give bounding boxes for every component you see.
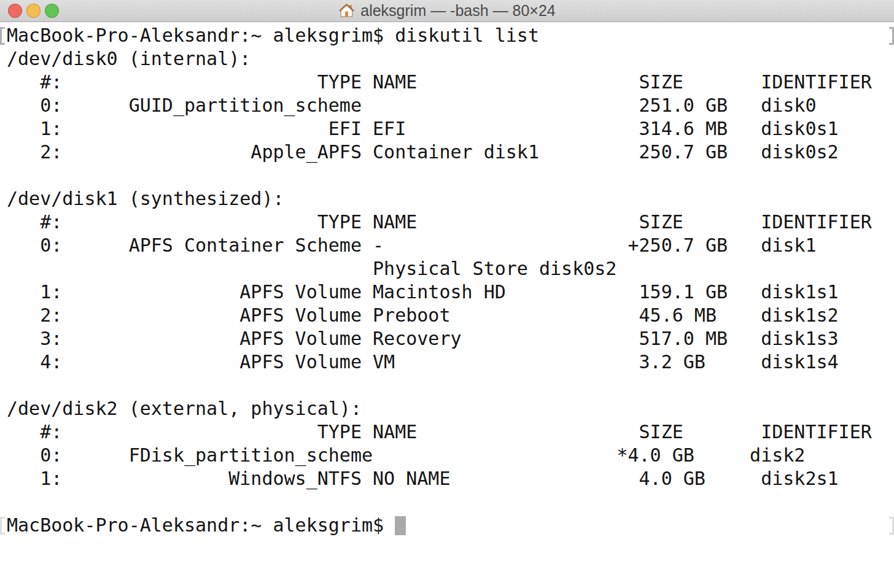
title-bar[interactable]: aleksgrim — -bash — 80×24 xyxy=(0,0,894,22)
blank-line xyxy=(0,164,894,187)
prompt-line: MacBook-Pro-Aleksandr:~ aleksgrim$ xyxy=(0,514,894,537)
disk1-row-1: 1: APFS Volume Macintosh HD 159.1 GB dis… xyxy=(0,280,894,304)
terminal-line-text: 4: APFS Volume VM 3.2 GB disk1s4 xyxy=(0,350,894,374)
terminal-line-text: #: TYPE NAME SIZE IDENTIFIER xyxy=(0,71,894,94)
window-title: aleksgrim — -bash — 80×24 xyxy=(360,2,556,20)
disk0-row-1: 1: EFI EFI 314.6 MB disk0s1 xyxy=(0,117,894,141)
terminal-line-text: 0: GUID_partition_scheme 251.0 GB disk0 xyxy=(0,94,894,117)
disk2-row-1: 1: Windows_NTFS NO NAME 4.0 GB disk2s1 xyxy=(0,467,894,490)
prompt-mark-right-icon xyxy=(889,27,894,45)
minimize-button[interactable] xyxy=(26,4,41,18)
terminal-line-text: 1: EFI EFI 314.6 MB disk0s1 xyxy=(0,117,894,141)
terminal-line-text: 0: FDisk_partition_scheme *4.0 GB disk2 xyxy=(0,444,894,467)
disk1-row-4: 4: APFS Volume VM 3.2 GB disk1s4 xyxy=(0,350,894,374)
prompt-mark-right-icon xyxy=(889,517,894,535)
terminal-line-text: 1: Windows_NTFS NO NAME 4.0 GB disk2s1 xyxy=(0,467,894,490)
disk2-header: #: TYPE NAME SIZE IDENTIFIER xyxy=(0,420,894,444)
prompt-mark-left-icon xyxy=(0,517,5,535)
terminal-line-text: 3: APFS Volume Recovery 517.0 MB disk1s3 xyxy=(0,327,894,350)
disk1-row-0: 0: APFS Container Scheme - +250.7 GB dis… xyxy=(0,234,894,257)
blank-line xyxy=(0,490,894,514)
terminal-line-text: 1: APFS Volume Macintosh HD 159.1 GB dis… xyxy=(0,280,894,304)
close-button[interactable] xyxy=(8,4,22,18)
terminal-line-text: #: TYPE NAME SIZE IDENTIFIER xyxy=(0,211,894,234)
prompt-mark-left-icon xyxy=(0,27,5,45)
terminal-screen[interactable]: MacBook-Pro-Aleksandr:~ aleksgrim$ disku… xyxy=(0,22,894,587)
home-folder-icon xyxy=(338,2,355,19)
terminal-line-text: /dev/disk1 (synthesized): xyxy=(0,187,894,211)
terminal-line-text: Physical Store disk0s2 xyxy=(0,257,894,280)
disk1-row-2: 2: APFS Volume Preboot 45.6 MB disk1s2 xyxy=(0,304,894,327)
terminal-line-text: 2: APFS Volume Preboot 45.6 MB disk1s2 xyxy=(0,304,894,327)
disk1-header: #: TYPE NAME SIZE IDENTIFIER xyxy=(0,211,894,234)
terminal-line-text: MacBook-Pro-Aleksandr:~ aleksgrim$ xyxy=(0,514,894,537)
disk1-row-0-continuation: Physical Store disk0s2 xyxy=(0,257,894,280)
terminal-line-text: #: TYPE NAME SIZE IDENTIFIER xyxy=(0,420,894,444)
blank-line xyxy=(0,374,894,397)
disk0-title: /dev/disk0 (internal): xyxy=(0,47,894,71)
terminal-line-text: /dev/disk0 (internal): xyxy=(0,47,894,71)
terminal-line-text: 0: APFS Container Scheme - +250.7 GB dis… xyxy=(0,234,894,257)
terminal-line-text: MacBook-Pro-Aleksandr:~ aleksgrim$ disku… xyxy=(0,24,894,47)
disk0-row-0: 0: GUID_partition_scheme 251.0 GB disk0 xyxy=(0,94,894,117)
terminal-line-text: /dev/disk2 (external, physical): xyxy=(0,397,894,420)
disk0-header: #: TYPE NAME SIZE IDENTIFIER xyxy=(0,71,894,94)
disk2-row-0: 0: FDisk_partition_scheme *4.0 GB disk2 xyxy=(0,444,894,467)
traffic-lights xyxy=(8,4,59,18)
window-title-group: aleksgrim — -bash — 80×24 xyxy=(338,2,556,20)
disk1-title: /dev/disk1 (synthesized): xyxy=(0,187,894,211)
terminal-window: aleksgrim — -bash — 80×24 MacBook-Pro-Al… xyxy=(0,0,894,588)
terminal-line-text: 2: Apple_APFS Container disk1 250.7 GB d… xyxy=(0,141,894,164)
disk0-row-2: 2: Apple_APFS Container disk1 250.7 GB d… xyxy=(0,141,894,164)
zoom-button[interactable] xyxy=(45,4,59,18)
disk1-row-3: 3: APFS Volume Recovery 517.0 MB disk1s3 xyxy=(0,327,894,350)
terminal-cursor xyxy=(395,516,406,535)
disk2-title: /dev/disk2 (external, physical): xyxy=(0,397,894,420)
prompt-command-line: MacBook-Pro-Aleksandr:~ aleksgrim$ disku… xyxy=(0,24,894,47)
